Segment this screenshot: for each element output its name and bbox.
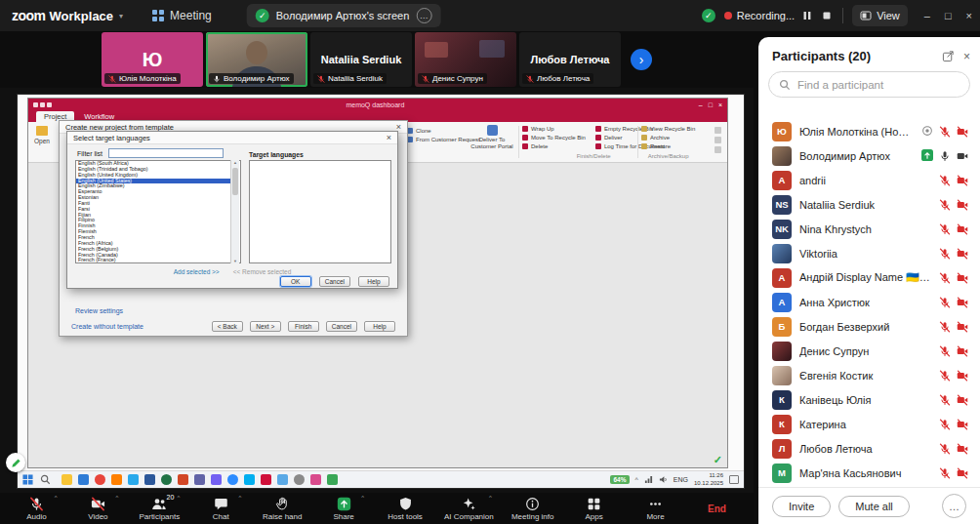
toolbar-apps-button[interactable]: Apps	[572, 493, 617, 524]
video-tile[interactable]: Nataliia SerdiukNataliia Serdiuk	[310, 32, 412, 87]
toolbar-meeting-info-button[interactable]: Meeting info	[510, 493, 555, 524]
participant-row[interactable]: ЮЮлія Молоткіна (Host, me)	[758, 119, 980, 143]
target-languages-listbox[interactable]	[249, 160, 391, 263]
toolbar-raise-hand-button[interactable]: Raise hand	[260, 493, 305, 524]
dialog-button[interactable]: Help	[358, 276, 389, 287]
taskbar-app-icon[interactable]	[310, 474, 321, 485]
mute-all-button[interactable]: Mute all	[838, 496, 910, 517]
ribbon-item[interactable]: Wrap Up	[522, 126, 586, 132]
toolbar-chat-button[interactable]: ^Chat	[198, 493, 243, 524]
taskbar-search-icon[interactable]	[40, 471, 51, 489]
pause-recording-button[interactable]	[799, 9, 814, 23]
chevron-up-icon[interactable]: ^	[55, 495, 58, 501]
participant-row[interactable]: ББогдан Безверхий	[758, 314, 980, 339]
chevron-down-icon[interactable]: ▾	[119, 12, 123, 20]
panel-close-button[interactable]: ×	[963, 50, 970, 63]
participant-row[interactable]: NSNataliia Serdiuk	[758, 192, 980, 217]
ribbon-item[interactable]: View Recycle Bin	[641, 126, 695, 132]
view-button[interactable]: View	[852, 5, 908, 26]
wizard-button[interactable]: Finish	[288, 321, 319, 332]
chevron-up-icon[interactable]: ^	[116, 495, 119, 501]
language-option[interactable]: French (France)	[76, 258, 231, 263]
invite-button[interactable]: Invite	[772, 496, 831, 517]
video-tile[interactable]: Любов ЛетючаЛюбов Летюча	[519, 32, 621, 87]
toolbar-video-button[interactable]: ^Video	[75, 493, 120, 524]
participant-row[interactable]: NKNina Khrystych	[758, 217, 980, 241]
chevron-up-icon[interactable]: ^	[178, 495, 181, 501]
next-participants-button[interactable]: ›	[631, 49, 652, 70]
wizard-button[interactable]: Next >	[250, 321, 281, 332]
taskbar-app-icon[interactable]	[211, 474, 222, 485]
memoq-close-button[interactable]: ×	[718, 101, 722, 108]
scroll-up-icon[interactable]: ▲	[233, 160, 237, 165]
toolbar-share-button[interactable]: ^Share	[321, 493, 366, 524]
popout-icon[interactable]	[942, 50, 955, 62]
wizard-button[interactable]: Help	[364, 321, 395, 332]
wizard-button[interactable]: < Back	[212, 321, 243, 332]
participant-row[interactable]: Володимир Артюх	[758, 143, 980, 168]
taskbar-clock[interactable]: 11:26 10.12.2025	[694, 472, 723, 486]
participant-row[interactable]: Євгенія Костик	[758, 363, 980, 387]
close-button[interactable]: ×	[966, 10, 972, 21]
participant-search-input[interactable]	[797, 79, 960, 91]
participant-row[interactable]: AАнна Христюк	[758, 290, 980, 314]
ribbon-item[interactable]: Delete	[522, 143, 586, 149]
pill-options-button[interactable]: …	[416, 8, 431, 23]
taskbar-app-icon[interactable]	[61, 474, 72, 485]
taskbar-app-icon[interactable]	[128, 474, 139, 485]
taskbar-app-icon[interactable]	[227, 474, 238, 485]
taskbar-app-icon[interactable]	[244, 474, 255, 485]
toolbar-participants-button[interactable]: ^20Participants	[137, 493, 182, 524]
scroll-down-icon[interactable]: ▼	[233, 259, 237, 263]
toolbar-more-button[interactable]: More	[633, 493, 678, 524]
taskbar-app-icon[interactable]	[294, 474, 305, 485]
ribbon-item[interactable]: Move To Recycle Bin	[522, 135, 586, 141]
taskbar-app-icon[interactable]	[78, 474, 89, 485]
dialog-button[interactable]: OK	[280, 276, 311, 287]
create-without-template-link[interactable]: Create without template	[71, 323, 143, 330]
network-icon[interactable]	[644, 475, 653, 484]
participant-row[interactable]: Денис Супрун	[758, 339, 980, 363]
filter-list-input[interactable]	[108, 148, 224, 158]
chevron-up-icon[interactable]: ^	[361, 495, 364, 501]
participant-row[interactable]: ММар'яна Касьянович	[758, 461, 980, 485]
participant-row[interactable]: Viktoriia	[758, 241, 980, 265]
chevron-up-icon[interactable]: ^	[489, 495, 492, 501]
taskbar-app-icon[interactable]	[178, 474, 188, 485]
stop-recording-button[interactable]	[819, 9, 834, 23]
start-button[interactable]	[22, 471, 33, 489]
minimize-button[interactable]: –	[924, 10, 930, 21]
tab-meeting[interactable]: Meeting	[152, 9, 212, 22]
taskbar-app-icon[interactable]	[277, 474, 288, 485]
ribbon-mini-icons[interactable]	[715, 127, 721, 153]
participant-search[interactable]	[768, 71, 970, 98]
volume-icon[interactable]	[659, 475, 668, 484]
participant-row[interactable]: ЛЛюбов Летюча	[758, 436, 980, 461]
taskbar-app-icon[interactable]	[95, 474, 105, 485]
maximize-button[interactable]: □	[945, 10, 952, 21]
listbox-scrollbar[interactable]: ▲ ▼	[230, 160, 239, 263]
video-tile[interactable]: Володимир Артюх	[206, 32, 307, 87]
memoq-minimize-button[interactable]: –	[699, 101, 703, 108]
video-tile[interactable]: Денис Супрун	[415, 32, 516, 87]
language-dialog-close-button[interactable]: ×	[387, 134, 391, 142]
tray-chevron-icon[interactable]: ^	[635, 476, 638, 483]
language-listbox[interactable]: English (South Africa)English (Trinidad …	[75, 160, 241, 263]
participant-row[interactable]: ККатерина	[758, 412, 980, 436]
taskbar-app-icon[interactable]	[261, 474, 271, 485]
wizard-button[interactable]: Cancel	[326, 321, 357, 332]
toolbar-ai-companion-button[interactable]: ^AI Companion	[444, 493, 494, 524]
taskbar-app-icon[interactable]	[161, 474, 172, 485]
memoq-maximize-button[interactable]: □	[709, 101, 713, 108]
ribbon-deliver-button[interactable]: Deliver To Customer Portal	[470, 125, 514, 150]
participant-row[interactable]: Aandrii	[758, 168, 980, 192]
more-options-button[interactable]: …	[942, 494, 966, 518]
participant-row[interactable]: AАндрій Display Name 🇺🇦 UA 💙💛 🤝 🇺🇦…	[758, 265, 980, 290]
chevron-up-icon[interactable]: ^	[238, 495, 241, 501]
participant-row[interactable]: ККанівець Юлія	[758, 387, 980, 412]
keyboard-language[interactable]: ENG	[674, 476, 688, 483]
annotate-button[interactable]	[6, 453, 25, 472]
taskbar-app-icon[interactable]	[144, 474, 155, 485]
taskbar-app-icon[interactable]	[111, 474, 122, 485]
toolbar-end-button[interactable]: End	[694, 493, 739, 524]
